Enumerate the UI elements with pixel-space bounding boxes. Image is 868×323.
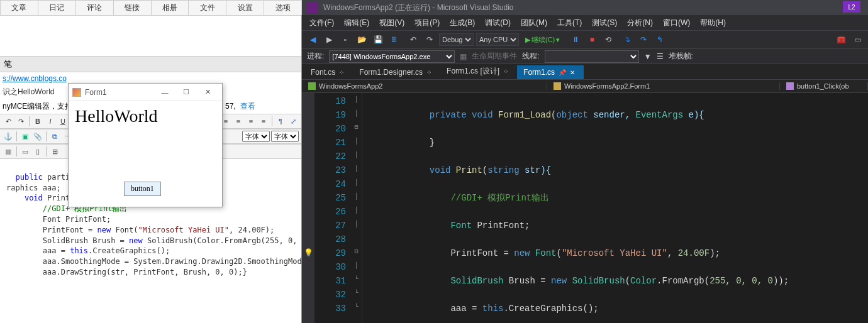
tab-comment[interactable]: 评论 [75, 0, 114, 15]
form1-title: Form1 [85, 88, 154, 97]
tab-form1-cs[interactable]: Form1.cs📌✕ [517, 65, 584, 79]
tab-settings[interactable]: 设置 [226, 0, 264, 15]
tab-article[interactable]: 文章 [0, 0, 38, 15]
menu-project[interactable]: 项目(P) [411, 16, 443, 30]
code-body[interactable]: private void Form1_Load(object sender, E… [362, 93, 868, 323]
continue-button[interactable]: ▶ 继续(C) ▾ [521, 35, 564, 45]
menu-debug[interactable]: 调试(D) [481, 16, 515, 30]
redo-icon[interactable]: ↷ [423, 33, 437, 47]
bold-icon[interactable]: B [32, 116, 43, 127]
pin-icon[interactable]: ⁘ [503, 68, 508, 75]
nav-class[interactable]: WindowsFormsApp2.Form1 [547, 82, 780, 90]
attach-icon[interactable]: 📎 [32, 131, 43, 142]
row-icon[interactable]: ▭ [19, 146, 31, 157]
step-over-icon[interactable]: ↷ [637, 33, 650, 47]
lightbulb-icon[interactable]: 💡 [303, 246, 313, 260]
stop-icon[interactable]: ■ [585, 33, 599, 47]
code-icon[interactable]: ⧉ [49, 131, 60, 142]
save-icon[interactable]: 💾 [371, 33, 385, 47]
font-select-2[interactable]: 字体 [271, 131, 299, 142]
open-icon[interactable]: 📂 [355, 33, 369, 47]
anchor-icon[interactable]: ⚓ [3, 131, 14, 142]
platform-select[interactable]: Any CPU [476, 33, 519, 46]
col-icon[interactable]: ▯ [32, 146, 43, 157]
vs-debugbar: 进程: [7448] WindowsFormsApp2.exe ▦ 生命周期事件… [302, 49, 868, 64]
pin-icon[interactable]: 📌 [559, 69, 566, 76]
view-count: 57, 查看 [225, 101, 255, 112]
process-select[interactable]: [7448] WindowsFormsApp2.exe [329, 50, 455, 63]
menu-edit[interactable]: 编辑(E) [340, 16, 373, 30]
lifecycle-icon[interactable]: ▦ [460, 52, 467, 61]
close-icon[interactable]: ✕ [197, 85, 218, 100]
section-title: 笔 [0, 56, 301, 72]
config-select[interactable]: Debug [439, 33, 474, 46]
menu-test[interactable]: 测试(S) [588, 16, 621, 30]
tab-file[interactable]: 文件 [188, 0, 226, 15]
redo-icon[interactable]: ↷ [15, 116, 26, 127]
filter-icon[interactable]: ▼ [644, 52, 652, 61]
vs-menubar: 文件(F) 编辑(E) 视图(V) 项目(P) 生成(B) 调试(D) 团队(M… [302, 15, 868, 30]
toolbox-icon[interactable]: 🧰 [834, 33, 848, 47]
vs-titlebar[interactable]: WindowsFormsApp2 (正在运行) - Microsoft Visu… [302, 0, 868, 15]
font-select-1[interactable]: 字体 [242, 131, 270, 142]
special-icon[interactable]: ¶ [275, 116, 286, 127]
align-right-icon[interactable]: ≡ [245, 116, 257, 127]
table-icon[interactable]: ▦ [3, 146, 14, 157]
image-icon[interactable]: ▣ [19, 131, 31, 142]
form1-titlebar[interactable]: Form1 — ☐ ✕ [69, 84, 222, 101]
nav-back-icon[interactable]: ◀ [306, 33, 320, 47]
stack-label: 堆栈帧: [669, 51, 693, 62]
menu-view[interactable]: 视图(V) [376, 16, 408, 30]
vs-editor-tabs: Font.cs⁘ Form1.Designer.cs⁘ Form1.cs [设计… [302, 64, 868, 79]
italic-icon[interactable]: I [45, 116, 56, 127]
pin-icon[interactable]: ⁘ [426, 69, 431, 76]
underline-icon[interactable]: U [57, 116, 69, 127]
code-editor[interactable]: 💡 18192021 22232425 26272829 30313233 ││… [302, 93, 868, 323]
menu-file[interactable]: 文件(F) [306, 16, 338, 30]
restart-icon[interactable]: ⟲ [601, 33, 615, 47]
vs-toolbar: ◀ ▶ ▫ 📂 💾 🗎 ↶ ↷ Debug Any CPU ▶ 继续(C) ▾ … [302, 30, 868, 49]
maximize-icon[interactable]: ☐ [175, 85, 197, 100]
thread-select[interactable] [545, 50, 639, 63]
expand-icon[interactable]: ⤢ [287, 116, 299, 127]
nav-member[interactable]: button1_Click(ob [780, 82, 868, 90]
align-justify-icon[interactable]: ≡ [258, 116, 269, 127]
tab-options[interactable]: 选项 [264, 0, 302, 15]
tab-form1-design[interactable]: Form1.cs [设计]⁘ [440, 63, 517, 79]
menu-window[interactable]: 窗口(W) [659, 16, 694, 30]
step-into-icon[interactable]: ↴ [620, 33, 634, 47]
menu-tools[interactable]: 工具(T) [554, 16, 586, 30]
tab-font-cs[interactable]: Font.cs⁘ [304, 65, 353, 79]
minimize-icon[interactable]: — [154, 85, 175, 100]
undo-icon[interactable]: ↶ [3, 116, 14, 127]
pin-icon[interactable]: ⁘ [339, 69, 344, 76]
nav-fwd-icon[interactable]: ▶ [322, 33, 336, 47]
nav-project[interactable]: WindowsFormsApp2 [302, 82, 547, 90]
tab-form1-designer[interactable]: Form1.Designer.cs⁘ [353, 65, 440, 79]
menu-build[interactable]: 生成(B) [446, 16, 479, 30]
tab-link[interactable]: 链接 [113, 0, 152, 15]
close-icon[interactable]: ✕ [570, 69, 575, 76]
tab-album[interactable]: 相册 [151, 0, 189, 15]
menu-analyze[interactable]: 分析(N) [623, 16, 657, 30]
class-icon [554, 82, 561, 90]
stack-icon[interactable]: ☰ [657, 52, 664, 61]
undo-icon[interactable]: ↶ [406, 33, 420, 47]
menu-team[interactable]: 团队(M) [517, 16, 551, 30]
form1-window[interactable]: Form1 — ☐ ✕ HelloWorld button1 [68, 83, 223, 207]
button1[interactable]: button1 [124, 182, 161, 196]
step-out-icon[interactable]: ↰ [653, 33, 667, 47]
pause-icon[interactable]: ⏸ [569, 33, 582, 47]
saveall-icon[interactable]: 🗎 [387, 33, 401, 47]
menu-help[interactable]: 帮助(H) [696, 16, 730, 30]
fold-margin[interactable]: ││⊟│││││││ ⊟│└└└ [351, 93, 362, 323]
tab-diary[interactable]: 日记 [38, 0, 76, 15]
view-link[interactable]: 查看 [240, 102, 255, 111]
new-icon[interactable]: ▫ [338, 33, 352, 47]
url-link[interactable]: s://www.cnblogs.co [3, 74, 67, 83]
insert-icon[interactable]: ⊞ [49, 146, 60, 157]
vs-account-badge[interactable]: L2 [843, 1, 860, 13]
window-icon[interactable]: ▭ [850, 33, 864, 47]
align-center-icon[interactable]: ≡ [233, 116, 244, 127]
lifecycle-label: 生命周期事件 [472, 51, 517, 62]
